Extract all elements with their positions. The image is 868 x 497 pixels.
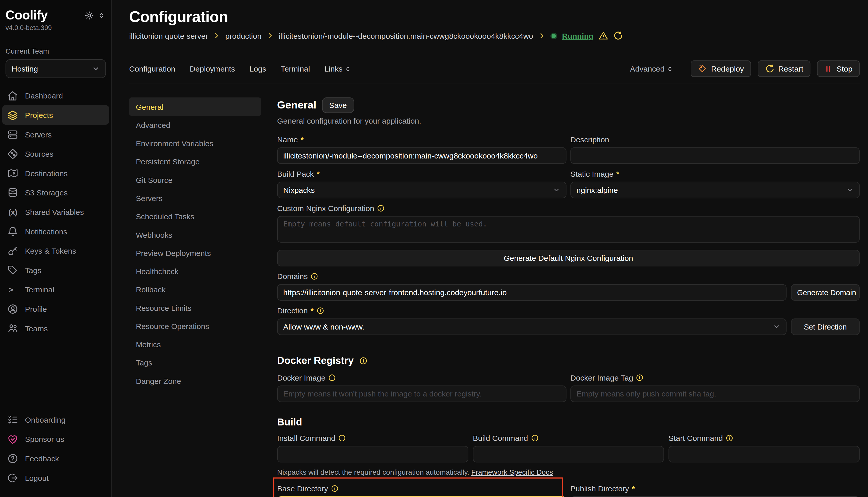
info-icon[interactable]: [316, 307, 324, 314]
framework-docs-link[interactable]: Framework Specific Docs: [471, 468, 553, 476]
sidebar-item-label: Destinations: [25, 169, 68, 178]
subnav-item-git-source[interactable]: Git Source: [129, 171, 261, 189]
sidebar-item-notifications[interactable]: Notifications: [0, 222, 111, 241]
theme-sun-icon[interactable]: [85, 11, 94, 20]
tab-logs[interactable]: Logs: [249, 65, 266, 73]
tab-deployments[interactable]: Deployments: [190, 65, 235, 73]
sidebar-item-label: Dashboard: [25, 91, 63, 100]
info-icon[interactable]: [531, 434, 538, 442]
set-direction-button[interactable]: Set Direction: [791, 318, 860, 335]
subnav-item-rollback[interactable]: Rollback: [129, 280, 261, 299]
install-command-input[interactable]: [277, 446, 468, 463]
warning-icon[interactable]: [598, 31, 608, 41]
direction-select[interactable]: Allow www & non-www.: [277, 318, 787, 335]
tab-configuration[interactable]: Configuration: [129, 65, 175, 73]
sidebar-item-tags[interactable]: Tags: [0, 260, 111, 280]
sidebar-item-dashboard[interactable]: Dashboard: [0, 86, 111, 105]
subnav-item-tags[interactable]: Tags: [129, 353, 261, 372]
heart-icon: [7, 434, 18, 444]
sidebar-item-logout[interactable]: Logout: [0, 468, 111, 487]
info-icon[interactable]: [338, 434, 346, 442]
required-asterisk: *: [616, 170, 619, 179]
team-select[interactable]: Hosting: [6, 59, 106, 78]
stop-button[interactable]: Stop: [817, 60, 860, 77]
sidebar-item-profile[interactable]: Profile: [0, 299, 111, 318]
restart-button[interactable]: Restart: [758, 60, 810, 77]
redeploy-icon: [698, 65, 707, 73]
info-icon[interactable]: [636, 374, 644, 382]
refresh-icon[interactable]: [613, 31, 622, 41]
publish-directory-input[interactable]: [570, 496, 859, 497]
sidebar-item-shared-variables[interactable]: (x)Shared Variables: [0, 202, 111, 222]
key-icon: [7, 245, 18, 256]
sidebar-item-destinations[interactable]: Destinations: [0, 164, 111, 183]
docker-image-tag-input[interactable]: [570, 385, 859, 402]
required-asterisk: *: [632, 484, 635, 493]
build-command-input[interactable]: [473, 446, 664, 463]
tab-terminal[interactable]: Terminal: [281, 65, 310, 73]
info-icon[interactable]: [359, 357, 368, 365]
description-input[interactable]: [570, 147, 859, 164]
subnav-item-metrics[interactable]: Metrics: [129, 335, 261, 353]
current-team-label: Current Team: [0, 31, 111, 55]
info-icon[interactable]: [377, 204, 385, 212]
sidebar-item-label: Shared Variables: [25, 208, 84, 216]
sidebar-item-s3-storages[interactable]: S3 Storages: [0, 183, 111, 202]
build-command-label: Build Command: [473, 434, 528, 443]
docker-registry-heading: Docker Registry: [277, 355, 354, 367]
breadcrumb-item[interactable]: illicitonion quote server: [129, 31, 208, 40]
sidebar-item-label: Terminal: [25, 285, 54, 294]
domains-input[interactable]: [277, 284, 787, 301]
redeploy-button[interactable]: Redeploy: [691, 60, 751, 77]
sidebar-item-onboarding[interactable]: Onboarding: [0, 410, 111, 429]
generate-nginx-button[interactable]: Generate Default Nginx Configuration: [277, 250, 860, 267]
subnav-item-scheduled-tasks[interactable]: Scheduled Tasks: [129, 207, 261, 225]
name-input[interactable]: [277, 147, 566, 164]
info-icon[interactable]: [331, 485, 339, 492]
subnav-item-healthcheck[interactable]: Healthcheck: [129, 262, 261, 280]
sidebar-item-projects[interactable]: Projects: [2, 105, 109, 125]
sidebar-item-sponsor-us[interactable]: Sponsor us: [0, 429, 111, 449]
build-section-heading: Build: [277, 416, 302, 428]
subnav-item-preview-deployments[interactable]: Preview Deployments: [129, 244, 261, 262]
sidebar-item-teams[interactable]: Teams: [0, 318, 111, 338]
static-image-select[interactable]: nginx:alpine: [570, 182, 859, 198]
info-icon[interactable]: [328, 374, 336, 382]
advanced-dropdown[interactable]: Advanced: [630, 65, 673, 73]
subnav-item-servers[interactable]: Servers: [129, 189, 261, 207]
docker-image-input[interactable]: [277, 385, 566, 402]
breadcrumb-item[interactable]: illicitestonion/-module--decomposition:m…: [279, 31, 533, 40]
sidebar-item-sources[interactable]: Sources: [0, 144, 111, 164]
docker-image-label: Docker Image: [277, 373, 326, 382]
status-running-link[interactable]: Running: [562, 31, 594, 40]
chevron-down-icon: [92, 65, 100, 73]
subnav-item-environment-variables[interactable]: Environment Variables: [129, 134, 261, 152]
subnav-item-persistent-storage[interactable]: Persistent Storage: [129, 152, 261, 171]
sidebar-item-terminal[interactable]: >_Terminal: [0, 280, 111, 299]
chevron-down-icon: [773, 323, 781, 330]
sidebar-item-feedback[interactable]: Feedback: [0, 449, 111, 468]
description-label: Description: [570, 135, 609, 144]
chevrons-up-down-icon[interactable]: [98, 11, 105, 19]
subnav-item-resource-limits[interactable]: Resource Limits: [129, 299, 261, 317]
breadcrumb-item[interactable]: production: [225, 31, 262, 40]
subnav-item-webhooks[interactable]: Webhooks: [129, 225, 261, 244]
name-label: Name: [277, 135, 298, 144]
sidebar-item-label: Servers: [25, 130, 52, 139]
subnav-item-resource-operations[interactable]: Resource Operations: [129, 317, 261, 335]
build-pack-select[interactable]: Nixpacks: [277, 182, 566, 198]
install-command-label: Install Command: [277, 434, 335, 443]
info-icon[interactable]: [726, 434, 733, 442]
sidebar-item-servers[interactable]: Servers: [0, 125, 111, 144]
subnav-item-danger-zone[interactable]: Danger Zone: [129, 372, 261, 390]
tab-links[interactable]: Links: [325, 65, 351, 73]
nginx-config-textarea[interactable]: [277, 216, 860, 243]
subnav-item-advanced[interactable]: Advanced: [129, 116, 261, 134]
sidebar-item-keys-tokens[interactable]: Keys & Tokens: [0, 241, 111, 260]
start-command-input[interactable]: [669, 446, 860, 463]
info-icon[interactable]: [311, 273, 318, 280]
generate-domain-button[interactable]: Generate Domain: [791, 284, 860, 301]
save-button[interactable]: Save: [322, 97, 354, 113]
subnav-item-general[interactable]: General: [129, 97, 261, 116]
base-directory-input[interactable]: [277, 496, 566, 497]
